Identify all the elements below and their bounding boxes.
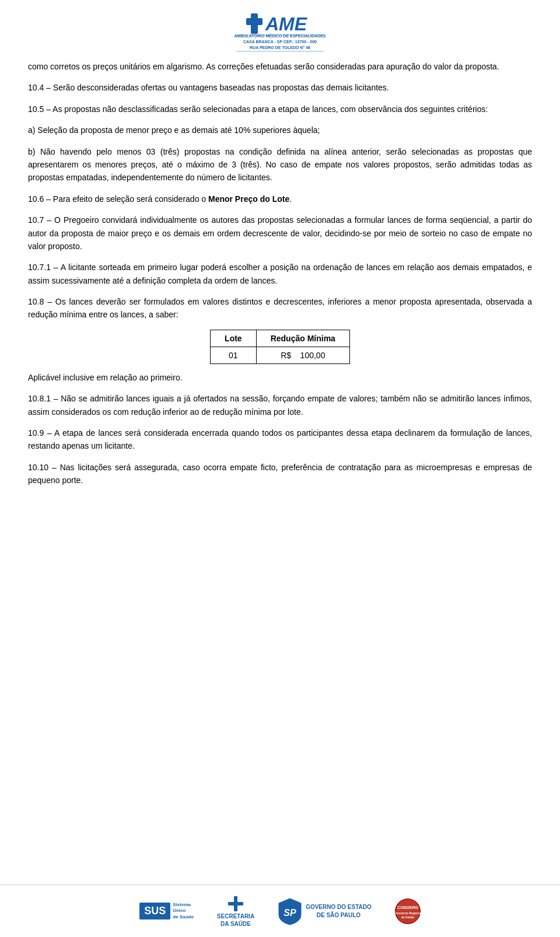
svg-text:AME: AME xyxy=(265,13,308,34)
secretaria-cross-icon xyxy=(227,895,244,912)
section-10-5-text: 10.5 – As propostas não desclassificadas… xyxy=(28,103,532,116)
aplicavel-text-block: Aplicável inclusive em relação ao primei… xyxy=(28,371,532,384)
section-10-4: 10.4 – Serão desconsideradas ofertas ou … xyxy=(28,81,532,94)
sus-box: SUS xyxy=(139,903,170,919)
svg-text:Consórcio Regional: Consórcio Regional xyxy=(395,911,421,915)
governo-text: GOVERNO DO ESTADODE SÃO PAULO xyxy=(306,903,372,919)
svg-rect-1 xyxy=(246,18,262,25)
section-10-7-1-text: 10.7.1 – A licitante sorteada em primeir… xyxy=(28,261,532,287)
section-a: a) Seleção da proposta de menor preço e … xyxy=(28,124,532,137)
table-rs: R$ xyxy=(281,351,291,360)
content: como corretos os preços unitários em alg… xyxy=(0,60,560,507)
header: AME AMBULATÓRIO MÉDICO DE ESPECIALIDADES… xyxy=(0,0,560,60)
aplicavel-text: Aplicável inclusive em relação ao primei… xyxy=(28,371,532,384)
section-10-6-bold: Menor Preço do Lote xyxy=(208,194,289,204)
svg-text:AMBULATÓRIO MÉDICO DE ESPECIAL: AMBULATÓRIO MÉDICO DE ESPECIALIDADES xyxy=(235,33,326,38)
table-header-row: Lote Redução Mínima xyxy=(211,330,350,347)
section-10-8: 10.8 – Os lances deverão ser formulados … xyxy=(28,295,532,321)
intro-text: como corretos os preços unitários em alg… xyxy=(28,60,532,73)
sp-logo: SP GOVERNO DO ESTADODE SÃO PAULO xyxy=(278,897,372,925)
svg-text:RUA PEDRO DE TOLEDO N° 48: RUA PEDRO DE TOLEDO N° 48 xyxy=(250,46,310,50)
section-10-10: 10.10 – Nas licitações será assegurada, … xyxy=(28,461,532,487)
table-header-reducao: Redução Mínima xyxy=(256,330,349,347)
conderg-logo: CONDERG Consórcio Regional de Saúde xyxy=(395,898,421,924)
section-10-4-text: 10.4 – Serão desconsideradas ofertas ou … xyxy=(28,81,532,94)
table-value: 100,00 xyxy=(300,351,326,360)
footer: SUS SistemaÚnicode Saúde SECRETARIADA SA… xyxy=(0,884,560,937)
section-10-9: 10.9 – A etapa de lances será considerad… xyxy=(28,426,532,453)
section-10-6-text: 10.6 – Para efeito de seleção será consi… xyxy=(28,193,532,205)
section-a-text: a) Seleção da proposta de menor preço e … xyxy=(28,124,532,137)
sus-subtitle-text: SistemaÚnicode Saúde xyxy=(173,902,194,919)
section-b-text: b) Não havendo pelo menos 03 (três) prop… xyxy=(28,145,532,184)
section-10-7-text: 10.7 – O Pregoeiro convidará individualm… xyxy=(28,214,532,253)
section-10-6-start: 10.6 – Para efeito de seleção será consi… xyxy=(28,194,208,204)
section-10-9-text: 10.9 – A etapa de lances será considerad… xyxy=(28,426,532,453)
section-10-8-1: 10.8.1 – Não se admitirão lances iguais … xyxy=(28,392,532,418)
section-10-8-1-text: 10.8.1 – Não se admitirão lances iguais … xyxy=(28,392,532,418)
conderg-icon: CONDERG Consórcio Regional de Saúde xyxy=(395,898,421,924)
page: AME AMBULATÓRIO MÉDICO DE ESPECIALIDADES… xyxy=(0,0,560,937)
svg-text:CONDERG: CONDERG xyxy=(397,905,418,910)
svg-text:CASA BRANCA - SP  CEP.: 13700 : CASA BRANCA - SP CEP.: 13700 - 000 xyxy=(243,40,317,44)
section-10-10-text: 10.10 – Nas licitações será assegurada, … xyxy=(28,461,532,487)
secretaria-logo: SECRETARIADA SAÚDE xyxy=(217,895,254,928)
table-cell-lote: 01 xyxy=(211,347,257,363)
section-10-6: 10.6 – Para efeito de seleção será consi… xyxy=(28,193,532,205)
conderg-circle: CONDERG Consórcio Regional de Saúde xyxy=(395,898,421,924)
sus-logo: SUS SistemaÚnicode Saúde xyxy=(139,902,194,920)
table-row: 01 R$ 100,00 xyxy=(211,347,350,363)
section-10-7-1: 10.7.1 – A licitante sorteada em primeir… xyxy=(28,261,532,287)
svg-text:SP: SP xyxy=(284,908,296,918)
logo-area: AME AMBULATÓRIO MÉDICO DE ESPECIALIDADES… xyxy=(233,11,327,54)
section-10-8-text: 10.8 – Os lances deverão ser formulados … xyxy=(28,295,532,321)
svg-text:de Saúde: de Saúde xyxy=(401,915,414,919)
section-10-5: 10.5 – As propostas não desclassificadas… xyxy=(28,103,532,116)
table-cell-value: R$ 100,00 xyxy=(256,347,349,363)
secretaria-text: SECRETARIADA SAÚDE xyxy=(217,912,254,928)
reduction-table: Lote Redução Mínima 01 R$ 100,00 xyxy=(210,330,350,364)
reduction-table-container: Lote Redução Mínima 01 R$ 100,00 xyxy=(28,330,532,364)
svg-rect-9 xyxy=(228,902,243,905)
section-10-7: 10.7 – O Pregoeiro convidará individualm… xyxy=(28,214,532,253)
section-b: b) Não havendo pelo menos 03 (três) prop… xyxy=(28,145,532,184)
intro-paragraph: como corretos os preços unitários em alg… xyxy=(28,60,532,73)
sp-shield-icon: SP xyxy=(278,897,302,925)
table-header-lote: Lote xyxy=(211,330,257,347)
sus-subtitle: SistemaÚnicode Saúde xyxy=(173,902,194,920)
section-10-6-end: . xyxy=(289,194,292,204)
ame-logo: AME AMBULATÓRIO MÉDICO DE ESPECIALIDADES… xyxy=(233,11,327,54)
